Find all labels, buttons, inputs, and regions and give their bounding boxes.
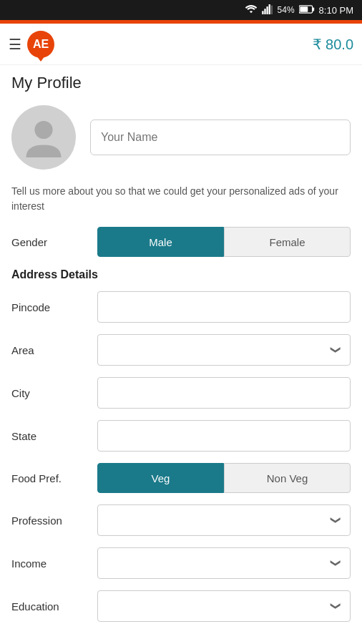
food-pref-label: Food Pref. <box>11 472 97 484</box>
education-row: Education <box>11 590 351 622</box>
area-label: Area <box>11 344 97 356</box>
gender-toggle-group: Male Female <box>97 227 351 257</box>
signal-icon <box>262 4 273 16</box>
header-left: ☰ AE <box>9 31 54 58</box>
state-row: State <box>11 420 351 452</box>
time-display: 8:10 PM <box>319 5 353 16</box>
state-label: State <box>11 430 97 442</box>
pincode-row: Pincode <box>11 291 351 323</box>
female-button[interactable]: Female <box>224 227 351 257</box>
income-label: Income <box>11 557 97 570</box>
state-input[interactable] <box>97 420 351 452</box>
profile-section <box>11 105 351 170</box>
svg-rect-6 <box>312 7 314 11</box>
education-dropdown[interactable] <box>97 590 351 622</box>
svg-rect-0 <box>262 11 263 14</box>
pincode-input[interactable] <box>97 291 351 323</box>
non-veg-button[interactable]: Non Veg <box>224 463 351 493</box>
address-section-title: Address Details <box>11 268 351 281</box>
pincode-label: Pincode <box>11 301 97 313</box>
veg-button[interactable]: Veg <box>97 463 224 493</box>
subtitle-text: Tell us more about you so that we could … <box>11 184 351 214</box>
area-dropdown[interactable] <box>97 334 351 366</box>
city-input[interactable] <box>97 377 351 409</box>
svg-rect-1 <box>264 9 265 14</box>
gender-label: Gender <box>11 236 97 248</box>
avatar[interactable] <box>11 105 76 170</box>
app-header: ☰ AE ₹ 80.0 <box>0 24 362 65</box>
profession-row: Profession <box>11 504 351 536</box>
gender-row: Gender Male Female <box>11 227 351 257</box>
svg-rect-2 <box>266 6 268 14</box>
wifi-icon <box>245 4 258 16</box>
battery-percentage: 54% <box>278 5 295 15</box>
app-logo[interactable]: AE <box>27 31 54 58</box>
food-pref-toggle-group: Veg Non Veg <box>97 463 351 493</box>
education-label: Education <box>11 600 97 613</box>
income-row: Income <box>11 547 351 579</box>
city-row: City <box>11 377 351 409</box>
menu-icon[interactable]: ☰ <box>9 36 21 53</box>
area-row: Area <box>11 334 351 366</box>
main-content: Tell us more about you so that we could … <box>0 98 362 640</box>
svg-rect-3 <box>268 4 270 14</box>
svg-rect-4 <box>270 5 272 14</box>
profession-dropdown[interactable] <box>97 504 351 536</box>
male-button[interactable]: Male <box>97 227 224 257</box>
page-title: My Profile <box>0 65 362 98</box>
svg-point-8 <box>34 121 52 139</box>
profession-label: Profession <box>11 514 97 527</box>
food-pref-row: Food Pref. Veg Non Veg <box>11 463 351 493</box>
battery-icon <box>299 5 315 16</box>
income-dropdown[interactable] <box>97 547 351 579</box>
city-label: City <box>11 387 97 399</box>
wallet-balance[interactable]: ₹ 80.0 <box>313 36 353 53</box>
name-input[interactable] <box>90 119 351 155</box>
svg-rect-7 <box>300 6 308 12</box>
status-bar: 54% 8:10 PM <box>0 0 362 20</box>
